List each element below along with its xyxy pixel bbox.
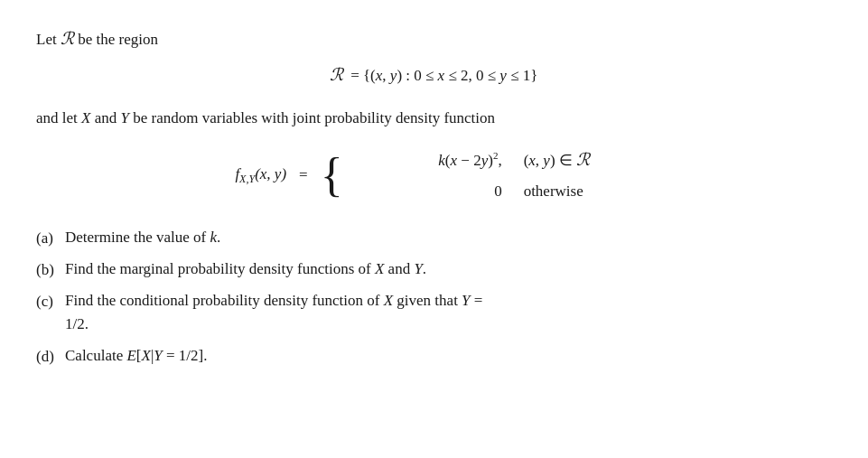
question-c-label: (c) [36,289,65,313]
case-2-expr: 0 [358,179,502,203]
question-d: (d) Calculate E[X|Y = 1/2]. [36,344,831,369]
question-c-text: Find the conditional probability density… [65,289,831,337]
question-a: (a) Determine the value of k. [36,226,831,250]
intro-line-2: and let X and Y be random variables with… [36,106,831,130]
question-a-label: (a) [36,226,65,250]
region-definition: ℛ = {(x, y) : 0 ≤ x ≤ 2, 0 ≤ y ≤ 1} [36,61,831,89]
intro-text-1: Let ℛ be the region [36,31,158,48]
piecewise-case-2: 0 otherwise [358,179,632,203]
question-a-text: Determine the value of k. [65,226,831,249]
piecewise-equals: = [299,163,308,187]
intro-line-1: Let ℛ be the region [36,25,831,52]
piecewise-lhs: fX,Y(x, y) [235,162,286,189]
question-d-text: Calculate E[X|Y = 1/2]. [65,344,831,368]
question-b-text: Find the marginal probability density fu… [65,257,831,281]
main-content: Let ℛ be the region ℛ = {(x, y) : 0 ≤ x … [36,25,831,369]
piecewise-function: fX,Y(x, y) = { k(x − 2y)2, (x, y) ∈ ℛ 0 … [36,146,831,204]
questions-list: (a) Determine the value of k. (b) Find t… [36,226,831,369]
piecewise-brace: { [321,152,343,199]
intro-text-2: and let X and Y be random variables with… [36,109,495,126]
question-c: (c) Find the conditional probability den… [36,289,831,337]
piecewise-cases: k(x − 2y)2, (x, y) ∈ ℛ 0 otherwise [358,146,632,204]
question-b: (b) Find the marginal probability densit… [36,257,831,282]
case-2-cond: otherwise [524,179,632,203]
region-formula: ℛ = {(x, y) : 0 ≤ x ≤ 2, 0 ≤ y ≤ 1} [330,67,538,84]
case-1-expr: k(x − 2y)2, [358,148,502,173]
piecewise-case-1: k(x − 2y)2, (x, y) ∈ ℛ [358,146,632,173]
question-d-label: (d) [36,344,65,369]
question-b-label: (b) [36,257,65,282]
case-1-cond: (x, y) ∈ ℛ [524,146,632,173]
